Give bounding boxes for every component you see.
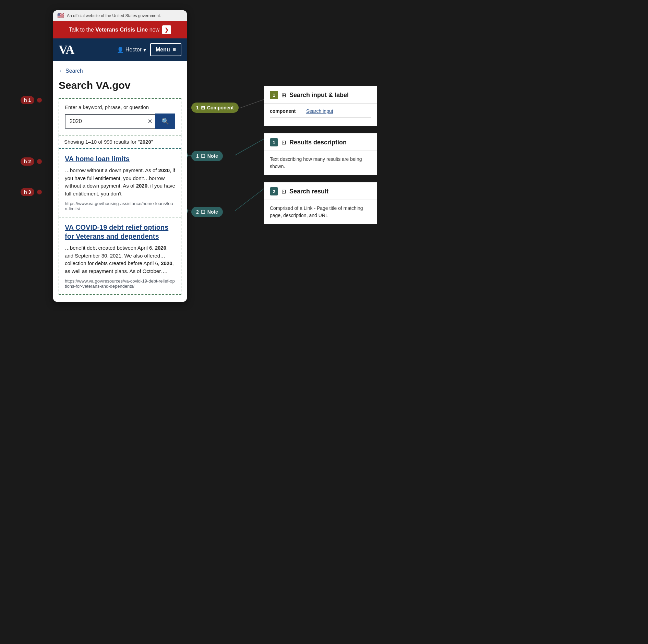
card2-icon: ⊡	[281, 139, 286, 146]
breadcrumb-arrow: ←	[59, 68, 64, 74]
h1-dot	[37, 98, 42, 103]
search-icon: 🔍	[161, 118, 169, 125]
card3-number: 2	[270, 187, 278, 195]
card3-desc: Comprised of a Link - Page title of matc…	[270, 205, 371, 219]
hamburger-icon: ≡	[173, 47, 176, 53]
search-box-area: Enter a keyword, phrase, or question ✕ 🔍	[59, 98, 181, 135]
result-url: https://www.va.gov/housing-assistance/ho…	[65, 201, 175, 211]
gov-banner-text: An official website of the United States…	[67, 13, 161, 18]
h1-badge: h 1	[21, 96, 34, 104]
result-description: …benefit debt created between April 6, 2…	[65, 244, 175, 275]
note2-label: Note	[207, 209, 218, 215]
search-results: VA home loan limits …borrow without a do…	[59, 149, 181, 295]
card1-title: Search input & label	[289, 92, 349, 99]
note1-number: 1	[196, 153, 199, 159]
card1-row: component Search input	[270, 108, 371, 118]
va-logo: VA	[59, 44, 74, 56]
card2-number: 1	[270, 138, 278, 146]
crisis-arrow-button[interactable]: ❯	[162, 25, 171, 34]
breadcrumb-link[interactable]: ← Search	[59, 68, 181, 74]
note1-label: Note	[207, 153, 218, 159]
result-title[interactable]: VA home loan limits	[65, 154, 175, 163]
h2-badge: h 2	[21, 157, 34, 166]
card3-body: Comprised of a Link - Page title of matc…	[264, 200, 377, 224]
gov-banner: 🇺🇸 An official website of the United Sta…	[53, 10, 187, 21]
menu-button[interactable]: Menu ≡	[150, 43, 181, 56]
note2-icon: ☐	[201, 209, 205, 215]
h3-node: h 3	[21, 188, 42, 196]
panel-card-header: 2 ⊡ Search result	[264, 182, 377, 200]
search-submit-button[interactable]: 🔍	[155, 114, 175, 129]
annotation-nodes: h 1 h 2 h 3	[21, 96, 42, 217]
svg-line-4	[240, 99, 264, 108]
header-nav: VA 👤 Hector ▾ Menu ≡	[53, 38, 187, 61]
note2-badge: 2 ☐ Note	[191, 207, 223, 217]
panel-card-header: 1 ⊞ Search input & label	[264, 86, 377, 104]
svg-line-10	[235, 189, 264, 211]
search-input-wrap: ✕	[65, 114, 155, 129]
card3-title: Search result	[289, 188, 328, 195]
card1-body: component Search input	[264, 104, 377, 126]
note2-number: 2	[196, 209, 199, 215]
h1-node: h 1	[21, 96, 42, 104]
panel-card-header: 1 ⊡ Results description	[264, 133, 377, 151]
card1-row-label: component	[270, 108, 301, 114]
card1-number: 1	[270, 91, 278, 99]
component-icon: ⊞	[201, 105, 205, 110]
search-input[interactable]	[65, 114, 155, 129]
note1-badge-wrapper: 1 ☐ Note	[191, 151, 223, 161]
crisis-text: Talk to the Veterans Crisis Line now	[69, 27, 159, 33]
search-result-item: VA COVID-19 debt relief options for Vete…	[59, 217, 181, 295]
note1-badge: 1 ☐ Note	[191, 151, 223, 161]
note1-icon: ☐	[201, 153, 205, 159]
flag-icon: 🇺🇸	[57, 12, 64, 19]
right-panel: 1 ⊞ Search input & label component Searc…	[264, 86, 377, 231]
user-menu-button[interactable]: 👤 Hector ▾	[117, 47, 146, 53]
card2-desc: Text describing how many results are bei…	[270, 156, 371, 170]
search-label: Enter a keyword, phrase, or question	[65, 104, 175, 110]
panel-card-search-result: 2 ⊡ Search result Comprised of a Link - …	[264, 182, 377, 224]
search-result-item: VA home loan limits …borrow without a do…	[59, 149, 181, 217]
menu-label: Menu	[156, 47, 170, 53]
h2-dot	[37, 159, 42, 164]
result-url: https://www.va.gov/resources/va-covid-19…	[65, 278, 175, 289]
h2-node: h 2	[21, 157, 42, 166]
panel-card-search-input: 1 ⊞ Search input & label component Searc…	[264, 86, 377, 126]
caret-icon: ▾	[143, 47, 146, 53]
h3-badge: h 3	[21, 188, 34, 196]
search-input-row: ✕ 🔍	[65, 114, 175, 129]
card3-icon: ⊡	[281, 188, 286, 195]
card2-body: Text describing how many results are bei…	[264, 151, 377, 175]
clear-button[interactable]: ✕	[147, 118, 153, 125]
main-content: ← Search Search VA.gov Enter a keyword, …	[53, 61, 187, 302]
component-number: 1	[196, 105, 199, 110]
nav-right: 👤 Hector ▾ Menu ≡	[117, 43, 181, 56]
crisis-banner: Talk to the Veterans Crisis Line now ❯	[53, 21, 187, 38]
component-badge: 1 ⊞ Component	[191, 103, 239, 113]
results-description: Showing 1–10 of 999 results for "2020"	[59, 135, 181, 149]
phone-mockup: 🇺🇸 An official website of the United Sta…	[53, 10, 187, 302]
component-badge-wrapper: 1 ⊞ Component	[191, 103, 239, 113]
component-label: Component	[207, 105, 234, 110]
card2-title: Results description	[289, 139, 347, 146]
card1-icon: ⊞	[281, 92, 286, 98]
svg-line-7	[235, 139, 264, 155]
results-summary-text: Showing 1–10 of 999 results for "2020"	[64, 139, 153, 145]
user-icon: 👤	[117, 47, 124, 53]
h3-dot	[37, 190, 42, 194]
page-title: Search VA.gov	[59, 80, 181, 91]
result-description: …borrow without a down payment. As of 20…	[65, 167, 175, 198]
result-title[interactable]: VA COVID-19 debt relief options for Vete…	[65, 223, 175, 241]
panel-card-results-desc: 1 ⊡ Results description Text describing …	[264, 133, 377, 175]
breadcrumb-label: Search	[65, 68, 83, 74]
note2-badge-wrapper: 2 ☐ Note	[191, 207, 223, 217]
card1-row-value: Search input	[306, 108, 333, 114]
user-name: Hector	[125, 47, 142, 53]
